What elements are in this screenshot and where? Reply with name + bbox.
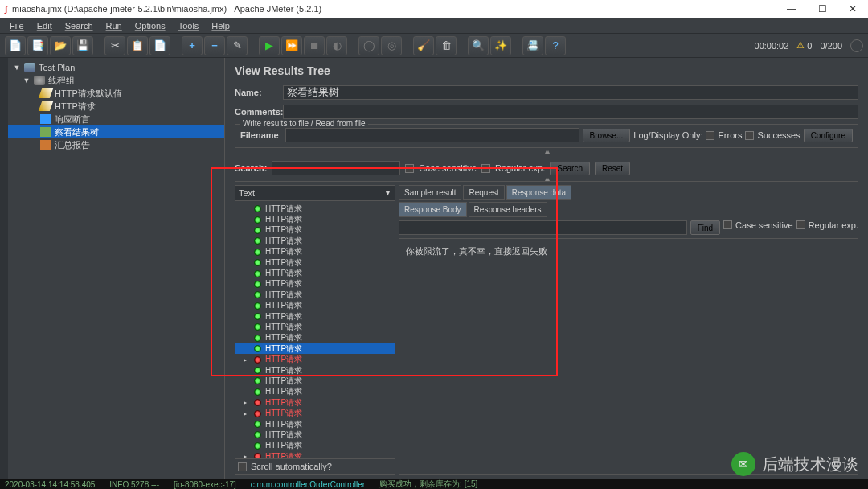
result-row[interactable]: HTTP请求 <box>235 268 395 278</box>
run-icon[interactable]: ▶ <box>259 36 280 55</box>
help-icon[interactable]: ? <box>545 36 566 55</box>
result-row[interactable]: HTTP请求 <box>235 257 395 268</box>
result-row[interactable]: HTTP请求 <box>235 441 395 451</box>
wand-icon[interactable]: ✎ <box>227 36 248 55</box>
tree-threadgroup[interactable]: ▼ 线程组 <box>8 74 224 87</box>
shutdown-icon[interactable]: ◐ <box>326 36 347 55</box>
result-row[interactable]: HTTP请求 <box>235 203 395 214</box>
add-icon[interactable]: + <box>182 36 203 55</box>
remote-start-icon[interactable]: ◯ <box>358 36 379 55</box>
browse-button[interactable]: Browse... <box>583 129 631 142</box>
result-row[interactable]: HTTP请求 <box>235 429 395 440</box>
result-row[interactable]: ▸HTTP请求 <box>235 354 395 364</box>
close-button[interactable]: ✕ <box>837 0 868 18</box>
expand-icon[interactable]: ▸ <box>244 453 250 459</box>
renderer-select[interactable]: Text ▼ <box>235 185 395 201</box>
find-case-checkbox[interactable] <box>723 220 732 229</box>
clear-icon[interactable]: 🧹 <box>413 36 434 55</box>
functions-icon[interactable]: 📇 <box>522 36 543 55</box>
find-button[interactable]: Find <box>690 220 720 235</box>
stop-icon[interactable]: ⏹ <box>304 36 325 55</box>
new-icon[interactable]: 📄 <box>5 36 26 55</box>
result-row[interactable]: HTTP请求 <box>235 333 395 343</box>
collapse-icon[interactable]: ▼ <box>23 76 31 84</box>
result-row[interactable]: HTTP请求 <box>235 247 395 257</box>
result-row[interactable]: HTTP请求 <box>235 279 395 290</box>
warning-badge[interactable]: ⚠0 <box>796 40 812 51</box>
configure-button[interactable]: Configure <box>804 129 853 142</box>
tree-root[interactable]: ▼ Test Plan <box>8 61 224 74</box>
result-row[interactable]: HTTP请求 <box>235 311 395 322</box>
successes-checkbox[interactable] <box>745 131 754 140</box>
result-row[interactable]: HTTP请求 <box>235 322 395 332</box>
result-row[interactable]: ▸HTTP请求 <box>235 451 395 459</box>
result-row[interactable]: HTTP请求 <box>235 301 395 311</box>
cut-icon[interactable]: ✂ <box>104 36 125 55</box>
result-row[interactable]: HTTP请求 <box>235 290 395 300</box>
result-row[interactable]: HTTP请求 <box>235 365 395 376</box>
search-button[interactable]: Search <box>550 162 590 175</box>
search-icon[interactable]: 🔍 <box>468 36 489 55</box>
result-row[interactable]: HTTP请求 <box>235 387 395 397</box>
reset-search-icon[interactable]: ✨ <box>490 36 511 55</box>
dropper-icon <box>39 88 53 98</box>
filename-input[interactable] <box>285 128 579 142</box>
find-regex-checkbox[interactable] <box>796 220 805 229</box>
errors-checkbox[interactable] <box>706 131 714 140</box>
tab-response-body[interactable]: Response Body <box>399 202 467 217</box>
tree-item[interactable]: 响应断言 <box>8 113 224 125</box>
result-row[interactable]: HTTP请求 <box>235 214 395 224</box>
comments-input[interactable] <box>283 105 858 119</box>
menu-run[interactable]: Run <box>100 19 129 32</box>
templates-icon[interactable]: 📑 <box>27 36 48 55</box>
save-icon[interactable]: 💾 <box>72 36 93 55</box>
remove-icon[interactable]: − <box>204 36 225 55</box>
maximize-button[interactable]: ☐ <box>807 0 837 18</box>
minimize-button[interactable]: — <box>776 0 807 18</box>
menubar: File Edit Search Run Options Tools Help <box>0 18 868 34</box>
menu-file[interactable]: File <box>3 19 31 32</box>
tab-response-headers[interactable]: Response headers <box>469 202 547 217</box>
tree-item[interactable]: 察看结果树 <box>8 125 224 138</box>
remote-stop-icon[interactable]: ◎ <box>381 36 402 55</box>
tree-item[interactable]: HTTP请求 <box>8 100 224 113</box>
scroll-auto-checkbox[interactable] <box>238 462 247 471</box>
collapse-handle[interactable]: ▴▴ <box>235 148 858 154</box>
reset-button[interactable]: Reset <box>595 162 630 175</box>
results-list[interactable]: HTTP请求HTTP请求HTTP请求HTTP请求HTTP请求HTTP请求HTTP… <box>235 203 395 459</box>
menu-tools[interactable]: Tools <box>172 19 206 32</box>
search-input[interactable] <box>272 161 400 175</box>
result-row[interactable]: HTTP请求 <box>235 236 395 246</box>
expand-icon[interactable]: ▸ <box>244 399 250 406</box>
menu-edit[interactable]: Edit <box>31 19 59 32</box>
result-row[interactable]: HTTP请求 <box>235 225 395 236</box>
run-notimer-icon[interactable]: ⏩ <box>281 36 302 55</box>
collapse-icon[interactable]: ▼ <box>13 64 21 72</box>
tree-item[interactable]: 汇总报告 <box>8 138 224 151</box>
result-row[interactable]: ▸HTTP请求 <box>235 408 395 418</box>
result-row[interactable]: HTTP请求 <box>235 419 395 429</box>
regex-checkbox[interactable] <box>481 164 490 173</box>
menu-help[interactable]: Help <box>205 19 236 32</box>
expand-icon[interactable]: ▸ <box>244 410 250 417</box>
paste-icon[interactable]: 📄 <box>149 36 170 55</box>
menu-search[interactable]: Search <box>59 19 100 32</box>
test-plan-tree[interactable]: ▼ Test Plan ▼ 线程组 HTTP请求默认值HTTP请求响应断言察看结… <box>8 58 225 481</box>
tab-sampler-result[interactable]: Sampler result <box>399 185 461 200</box>
result-row[interactable]: ▸HTTP请求 <box>235 397 395 408</box>
open-icon[interactable]: 📂 <box>50 36 71 55</box>
case-checkbox[interactable] <box>405 164 414 173</box>
collapse-handle-2[interactable]: ▴▴ <box>235 175 858 182</box>
copy-icon[interactable]: 📋 <box>127 36 148 55</box>
response-body-text[interactable]: 你被限流了，真不幸，直接返回失败 <box>399 238 858 475</box>
tree-item[interactable]: HTTP请求默认值 <box>8 87 224 100</box>
tab-response-data[interactable]: Response data <box>506 185 571 200</box>
name-input[interactable] <box>283 85 858 100</box>
expand-icon[interactable]: ▸ <box>244 356 250 364</box>
tab-request[interactable]: Request <box>463 185 504 200</box>
result-row[interactable]: HTTP请求 <box>235 376 395 386</box>
menu-options[interactable]: Options <box>129 19 172 32</box>
find-input[interactable] <box>399 220 687 235</box>
result-row[interactable]: HTTP请求 <box>235 343 395 354</box>
clear-all-icon[interactable]: 🗑 <box>436 36 457 55</box>
